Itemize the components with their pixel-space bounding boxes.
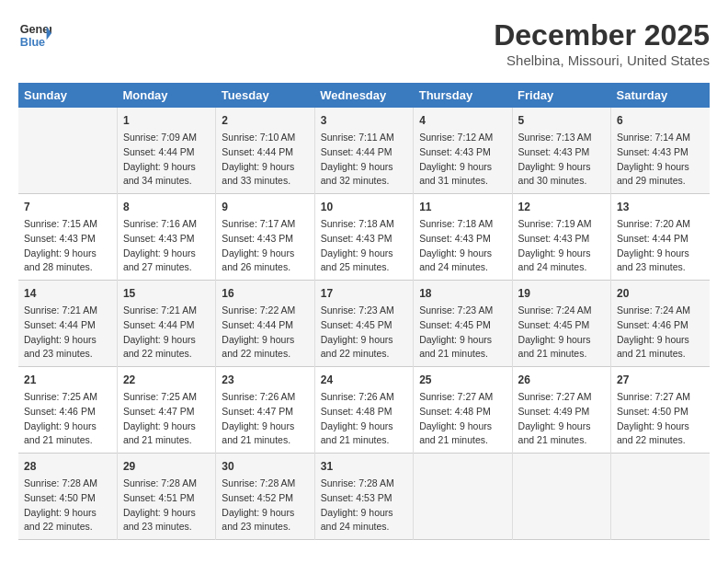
day-number: 8	[123, 199, 210, 215]
calendar-cell: 23Sunrise: 7:26 AMSunset: 4:47 PMDayligh…	[216, 367, 314, 454]
calendar-cell: 22Sunrise: 7:25 AMSunset: 4:47 PMDayligh…	[117, 367, 215, 454]
day-number: 12	[518, 199, 605, 215]
day-number: 18	[419, 285, 506, 302]
calendar-cell: 28Sunrise: 7:28 AMSunset: 4:50 PMDayligh…	[18, 454, 117, 540]
day-number: 22	[123, 372, 210, 388]
day-number: 7	[24, 199, 111, 215]
cell-info: Sunrise: 7:21 AMSunset: 4:44 PMDaylight:…	[24, 304, 111, 362]
day-number: 31	[321, 458, 407, 475]
cell-info: Sunrise: 7:27 AMSunset: 4:49 PMDaylight:…	[518, 390, 605, 448]
month-title: December 2025	[494, 18, 710, 52]
title-block: December 2025 Shelbina, Missouri, United…	[494, 18, 710, 68]
day-number: 2	[222, 112, 308, 129]
calendar-cell: 4Sunrise: 7:12 AMSunset: 4:43 PMDaylight…	[414, 108, 512, 194]
header-row: SundayMondayTuesdayWednesdayThursdayFrid…	[18, 83, 710, 108]
day-number: 19	[518, 285, 605, 302]
day-number: 11	[419, 199, 506, 215]
day-number: 25	[419, 372, 506, 388]
calendar-cell: 29Sunrise: 7:28 AMSunset: 4:51 PMDayligh…	[117, 454, 215, 540]
calendar-cell: 10Sunrise: 7:18 AMSunset: 4:43 PMDayligh…	[314, 194, 413, 281]
cell-info: Sunrise: 7:25 AMSunset: 4:47 PMDaylight:…	[123, 390, 210, 448]
column-header-thursday: Thursday	[414, 83, 512, 108]
cell-info: Sunrise: 7:23 AMSunset: 4:45 PMDaylight:…	[321, 304, 407, 362]
day-number: 9	[222, 199, 308, 215]
cell-info: Sunrise: 7:18 AMSunset: 4:43 PMDaylight:…	[419, 217, 506, 275]
cell-info: Sunrise: 7:11 AMSunset: 4:44 PMDaylight:…	[321, 131, 407, 189]
column-header-sunday: Sunday	[18, 83, 117, 108]
day-number: 20	[617, 285, 704, 302]
cell-info: Sunrise: 7:15 AMSunset: 4:43 PMDaylight:…	[24, 217, 111, 275]
day-number: 15	[123, 285, 210, 302]
cell-info: Sunrise: 7:13 AMSunset: 4:43 PMDaylight:…	[518, 131, 605, 189]
cell-info: Sunrise: 7:21 AMSunset: 4:44 PMDaylight:…	[123, 304, 210, 362]
day-number: 1	[123, 112, 210, 129]
day-number: 27	[617, 372, 704, 388]
day-number: 17	[321, 285, 407, 302]
calendar-cell: 20Sunrise: 7:24 AMSunset: 4:46 PMDayligh…	[611, 281, 710, 367]
calendar-cell: 8Sunrise: 7:16 AMSunset: 4:43 PMDaylight…	[117, 194, 215, 281]
day-number: 5	[518, 112, 605, 129]
calendar-cell: 5Sunrise: 7:13 AMSunset: 4:43 PMDaylight…	[512, 108, 610, 194]
week-row-1: 1Sunrise: 7:09 AMSunset: 4:44 PMDaylight…	[18, 108, 710, 194]
calendar-cell: 27Sunrise: 7:27 AMSunset: 4:50 PMDayligh…	[611, 367, 710, 454]
column-header-friday: Friday	[512, 83, 610, 108]
calendar-cell: 6Sunrise: 7:14 AMSunset: 4:43 PMDaylight…	[611, 108, 710, 194]
cell-info: Sunrise: 7:28 AMSunset: 4:53 PMDaylight:…	[321, 477, 407, 534]
calendar-cell: 7Sunrise: 7:15 AMSunset: 4:43 PMDaylight…	[18, 194, 117, 281]
cell-info: Sunrise: 7:14 AMSunset: 4:43 PMDaylight:…	[617, 131, 704, 189]
cell-info: Sunrise: 7:28 AMSunset: 4:51 PMDaylight:…	[123, 477, 210, 534]
day-number: 29	[123, 458, 210, 475]
calendar-cell	[18, 108, 117, 194]
calendar-cell: 21Sunrise: 7:25 AMSunset: 4:46 PMDayligh…	[18, 367, 117, 454]
calendar-cell: 12Sunrise: 7:19 AMSunset: 4:43 PMDayligh…	[512, 194, 610, 281]
svg-text:Blue: Blue	[20, 36, 45, 49]
calendar-cell: 26Sunrise: 7:27 AMSunset: 4:49 PMDayligh…	[512, 367, 610, 454]
calendar-cell: 14Sunrise: 7:21 AMSunset: 4:44 PMDayligh…	[18, 281, 117, 367]
day-number: 14	[24, 285, 111, 302]
day-number: 24	[321, 372, 407, 388]
calendar-cell: 19Sunrise: 7:24 AMSunset: 4:45 PMDayligh…	[512, 281, 610, 367]
cell-info: Sunrise: 7:10 AMSunset: 4:44 PMDaylight:…	[222, 131, 308, 189]
calendar-cell: 1Sunrise: 7:09 AMSunset: 4:44 PMDaylight…	[117, 108, 215, 194]
column-header-monday: Monday	[117, 83, 215, 108]
column-header-tuesday: Tuesday	[216, 83, 314, 108]
day-number: 4	[419, 112, 506, 129]
cell-info: Sunrise: 7:24 AMSunset: 4:46 PMDaylight:…	[617, 304, 704, 362]
logo: General Blue	[18, 18, 51, 52]
day-number: 23	[222, 372, 308, 388]
week-row-4: 21Sunrise: 7:25 AMSunset: 4:46 PMDayligh…	[18, 367, 710, 454]
calendar-cell: 2Sunrise: 7:10 AMSunset: 4:44 PMDaylight…	[216, 108, 314, 194]
day-number: 16	[222, 285, 308, 302]
calendar-cell: 9Sunrise: 7:17 AMSunset: 4:43 PMDaylight…	[216, 194, 314, 281]
calendar-cell	[414, 454, 512, 540]
calendar-cell: 15Sunrise: 7:21 AMSunset: 4:44 PMDayligh…	[117, 281, 215, 367]
cell-info: Sunrise: 7:23 AMSunset: 4:45 PMDaylight:…	[419, 304, 506, 362]
page-header: General Blue December 2025 Shelbina, Mis…	[18, 18, 710, 68]
cell-info: Sunrise: 7:26 AMSunset: 4:48 PMDaylight:…	[321, 390, 407, 448]
day-number: 30	[222, 458, 308, 475]
logo-icon: General Blue	[18, 18, 51, 52]
cell-info: Sunrise: 7:18 AMSunset: 4:43 PMDaylight:…	[321, 217, 407, 275]
calendar-cell: 24Sunrise: 7:26 AMSunset: 4:48 PMDayligh…	[314, 367, 413, 454]
calendar-cell: 13Sunrise: 7:20 AMSunset: 4:44 PMDayligh…	[611, 194, 710, 281]
calendar-cell: 17Sunrise: 7:23 AMSunset: 4:45 PMDayligh…	[314, 281, 413, 367]
calendar-cell	[611, 454, 710, 540]
cell-info: Sunrise: 7:28 AMSunset: 4:50 PMDaylight:…	[24, 477, 111, 534]
week-row-5: 28Sunrise: 7:28 AMSunset: 4:50 PMDayligh…	[18, 454, 710, 540]
cell-info: Sunrise: 7:26 AMSunset: 4:47 PMDaylight:…	[222, 390, 308, 448]
calendar-cell	[512, 454, 610, 540]
day-number: 10	[321, 199, 407, 215]
cell-info: Sunrise: 7:17 AMSunset: 4:43 PMDaylight:…	[222, 217, 308, 275]
cell-info: Sunrise: 7:19 AMSunset: 4:43 PMDaylight:…	[518, 217, 605, 275]
week-row-3: 14Sunrise: 7:21 AMSunset: 4:44 PMDayligh…	[18, 281, 710, 367]
cell-info: Sunrise: 7:09 AMSunset: 4:44 PMDaylight:…	[123, 131, 210, 189]
calendar-cell: 11Sunrise: 7:18 AMSunset: 4:43 PMDayligh…	[414, 194, 512, 281]
column-header-saturday: Saturday	[611, 83, 710, 108]
day-number: 26	[518, 372, 605, 388]
cell-info: Sunrise: 7:27 AMSunset: 4:48 PMDaylight:…	[419, 390, 506, 448]
day-number: 21	[24, 372, 111, 388]
day-number: 28	[24, 458, 111, 475]
location: Shelbina, Missouri, United States	[494, 52, 710, 68]
week-row-2: 7Sunrise: 7:15 AMSunset: 4:43 PMDaylight…	[18, 194, 710, 281]
cell-info: Sunrise: 7:20 AMSunset: 4:44 PMDaylight:…	[617, 217, 704, 275]
